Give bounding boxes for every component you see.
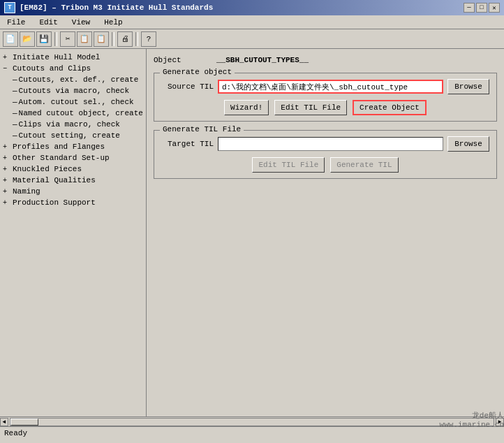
tree-label-profiles-and-flanges: Profiles and Flanges	[13, 143, 105, 151]
window-controls: — □ ✕	[464, 3, 500, 13]
tree-item-named-cutout-object[interactable]: — Named cutout object, create	[0, 108, 146, 119]
create-object-button[interactable]: Create Object	[353, 100, 427, 115]
tree-label-material-qualities: Material Qualities	[13, 176, 96, 184]
source-til-row: Source TIL Browse	[161, 79, 489, 94]
generate-til-title: Generate TIL File	[160, 125, 244, 133]
toggle-material-qualities: +	[3, 177, 11, 184]
tree-item-profiles-and-flanges[interactable]: + Profiles and Flanges	[0, 141, 146, 152]
toolbar-save[interactable]: 💾	[36, 31, 52, 47]
scroll-left-button[interactable]: ◄	[0, 418, 8, 426]
tree-item-naming[interactable]: + Naming	[0, 186, 146, 197]
browse-button-2[interactable]: Browse	[447, 136, 489, 152]
wizard-button[interactable]: Wizard!	[224, 100, 269, 115]
toolbar-print[interactable]: 🖨	[117, 31, 133, 47]
tree-label-knuckled-pieces: Knuckled Pieces	[13, 165, 82, 173]
main-layout: + Initiate Hull Model − Cutouts and Clip…	[0, 49, 504, 416]
tree-item-cutouts-and-clips[interactable]: − Cutouts and Clips	[0, 63, 146, 74]
toggle-naming: +	[3, 188, 11, 196]
tree-label-naming: Naming	[13, 187, 40, 196]
tree-label-cutout-setting: Cutout setting, create	[19, 131, 120, 140]
tree-label-other-standard-setup: Other Standard Set-up	[13, 154, 110, 162]
tree-label-named-cutout-object: Named cutout object, create	[19, 109, 143, 117]
tree-item-production-support[interactable]: + Production Support	[0, 197, 146, 208]
maximize-button[interactable]: □	[476, 3, 487, 13]
generate-object-buttons: Wizard! Edit TIL File Create Object	[161, 100, 489, 115]
window-title: [EM82] – Tribon M3 Initiate Hull Standar…	[20, 3, 213, 12]
generate-til-buttons: Edit TIL File Generate TIL	[161, 157, 489, 173]
title-bar: T [EM82] – Tribon M3 Initiate Hull Stand…	[0, 0, 504, 15]
toolbar-separator-3	[135, 32, 138, 46]
toggle-cutouts-and-clips: −	[3, 65, 11, 73]
toolbar-separator-1	[54, 32, 57, 46]
toggle-knuckled-pieces: +	[3, 166, 11, 173]
tree-label-cutouts-and-clips: Cutouts and Clips	[13, 64, 91, 73]
toolbar-new[interactable]: 📄	[3, 31, 18, 47]
tree-label-clips-via-macro: Clips via macro, check	[19, 120, 120, 129]
tree-label-production-support: Production Support	[13, 198, 96, 207]
tree-label-initiate-hull-model: Initiate Hull Model	[13, 53, 100, 61]
target-til-label: Target TIL	[161, 140, 214, 148]
scroll-thumb[interactable]	[10, 419, 38, 426]
tree-item-knuckled-pieces[interactable]: + Knuckled Pieces	[0, 164, 146, 175]
menu-file[interactable]: File	[3, 17, 29, 27]
toolbar-copy[interactable]: 📋	[77, 31, 92, 47]
edit-til-file-button-1[interactable]: Edit TIL File	[274, 100, 347, 115]
tree-label-cutouts-ext-def: Cutouts, ext. def., create	[19, 75, 139, 84]
tree-label-autom-cutout: Autom. cutout sel., check	[19, 98, 134, 106]
object-value: __SBH_CUTOUT_TYPES__	[216, 56, 309, 64]
toolbar-separator-2	[112, 32, 114, 46]
menu-help[interactable]: Help	[100, 17, 126, 27]
toggle-initiate-hull-model: +	[3, 54, 11, 61]
tree-item-cutouts-via-macro[interactable]: — Cutouts via macro, check	[0, 85, 146, 96]
toggle-profiles-and-flanges: +	[3, 143, 11, 151]
toolbar-open[interactable]: 📂	[20, 31, 35, 47]
object-field-label: Object	[154, 56, 209, 64]
toolbar-cut[interactable]: ✂	[60, 31, 75, 47]
status-bar: Ready	[0, 426, 504, 439]
browse-button-1[interactable]: Browse	[447, 79, 489, 94]
menu-edit[interactable]: Edit	[35, 17, 61, 27]
close-button[interactable]: ✕	[489, 3, 500, 13]
tree-item-material-qualities[interactable]: + Material Qualities	[0, 175, 146, 186]
toolbar-paste[interactable]: 📋	[94, 31, 109, 47]
menu-bar: File Edit View Help	[0, 15, 504, 29]
minimize-button[interactable]: —	[464, 3, 475, 13]
source-til-label: Source TIL	[161, 82, 214, 91]
target-til-input[interactable]	[218, 137, 443, 151]
tree-item-autom-cutout[interactable]: — Autom. cutout sel., check	[0, 96, 146, 108]
generate-object-group: Generate object Source TIL Browse Wizard…	[154, 73, 497, 122]
source-til-input[interactable]	[218, 80, 443, 94]
target-til-row: Target TIL Browse	[161, 136, 489, 152]
toolbar-help[interactable]: ?	[141, 31, 156, 47]
generate-object-title: Generate object	[160, 68, 235, 76]
tree-item-cutouts-ext-def[interactable]: — Cutouts, ext. def., create	[0, 74, 146, 85]
tree-item-other-standard-setup[interactable]: + Other Standard Set-up	[0, 152, 146, 164]
edit-til-file-button-2[interactable]: Edit TIL File	[252, 157, 325, 173]
tree-item-cutout-setting[interactable]: — Cutout setting, create	[0, 130, 146, 141]
status-text: Ready	[4, 429, 27, 437]
tree-item-clips-via-macro[interactable]: — Clips via macro, check	[0, 119, 146, 130]
toggle-other-standard-setup: +	[3, 154, 11, 162]
generate-til-button[interactable]: Generate TIL	[330, 157, 398, 173]
menu-view[interactable]: View	[68, 17, 94, 27]
scroll-track[interactable]	[10, 418, 494, 426]
tree-label-cutouts-via-macro: Cutouts via macro, check	[19, 87, 129, 95]
toggle-production-support: +	[3, 199, 11, 207]
toolbar: 📄 📂 💾 ✂ 📋 📋 🖨 ?	[0, 29, 504, 49]
app-icon: T	[4, 2, 15, 13]
horizontal-scrollbar: ◄ ►	[0, 416, 504, 426]
generate-til-group: Generate TIL File Target TIL Browse Edit…	[154, 130, 497, 179]
tree-item-initiate-hull-model[interactable]: + Initiate Hull Model	[0, 52, 146, 63]
left-panel: + Initiate Hull Model − Cutouts and Clip…	[0, 49, 147, 416]
object-row: Object __SBH_CUTOUT_TYPES__	[154, 56, 497, 64]
right-panel: Object __SBH_CUTOUT_TYPES__ Generate obj…	[147, 49, 504, 416]
scroll-right-button[interactable]: ►	[496, 418, 504, 426]
